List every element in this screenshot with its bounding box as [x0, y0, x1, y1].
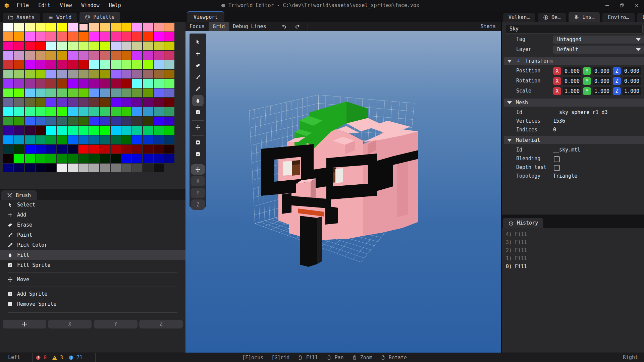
brush-tool-fill-sprite[interactable]: Fill Sprite — [0, 260, 185, 270]
window-restore-button[interactable] — [614, 0, 629, 11]
palette-swatch[interactable] — [3, 117, 13, 125]
palette-swatch[interactable] — [14, 79, 24, 88]
palette-swatch[interactable] — [89, 145, 99, 154]
menu-help[interactable]: Help — [104, 0, 126, 11]
palette-swatch[interactable] — [111, 70, 121, 78]
palette-swatch[interactable] — [132, 70, 142, 78]
palette-swatch[interactable] — [57, 135, 67, 144]
palette-swatch[interactable] — [143, 60, 153, 69]
palette-swatch[interactable] — [121, 51, 131, 60]
palette-swatch[interactable] — [154, 23, 164, 32]
palette-swatch[interactable] — [3, 164, 13, 172]
palette-swatch[interactable] — [89, 70, 99, 78]
tab-world[interactable]: World — [43, 13, 77, 22]
palette-swatch[interactable] — [111, 135, 121, 144]
palette-swatch[interactable] — [46, 60, 56, 69]
viewport-button-debug-lines[interactable]: Debug Lines — [229, 22, 270, 31]
strip-tool-move[interactable] — [194, 123, 202, 132]
palette-swatch[interactable] — [14, 98, 24, 107]
palette-swatch[interactable] — [89, 60, 99, 69]
palette-swatch[interactable] — [100, 154, 110, 163]
palette-swatch[interactable] — [89, 164, 99, 172]
gizmo-button-y[interactable]: Y — [191, 188, 205, 198]
palette-swatch[interactable] — [36, 32, 46, 41]
palette-swatch[interactable] — [100, 51, 110, 60]
history-item[interactable]: 1) Fill — [506, 255, 527, 263]
strip-tool-add-sprite[interactable] — [194, 138, 202, 147]
palette-swatch[interactable] — [164, 126, 174, 135]
axis-value-z[interactable]: 0.000 — [623, 77, 641, 85]
palette-swatch[interactable] — [111, 88, 121, 97]
palette-swatch[interactable] — [164, 70, 174, 78]
palette-swatch[interactable] — [68, 145, 78, 154]
strip-tool-brush[interactable] — [194, 73, 202, 81]
palette-swatch[interactable] — [14, 88, 24, 97]
palette-swatch[interactable] — [3, 79, 13, 88]
palette-swatch[interactable] — [14, 154, 24, 163]
palette-swatch[interactable] — [100, 32, 110, 41]
palette-swatch[interactable] — [57, 98, 67, 107]
palette-swatch[interactable] — [68, 79, 78, 88]
palette-swatch[interactable] — [132, 32, 142, 41]
brush-tool-remove-sprite[interactable]: Remove Sprite — [0, 299, 185, 309]
tab-assets[interactable]: Assets — [3, 13, 40, 22]
palette-swatch[interactable] — [46, 51, 56, 60]
palette-swatch[interactable] — [57, 42, 67, 50]
palette-swatch[interactable] — [68, 88, 78, 97]
palette-swatch[interactable] — [154, 70, 164, 78]
palette-swatch[interactable] — [78, 88, 89, 97]
palette-swatch[interactable] — [121, 164, 131, 172]
palette-swatch[interactable] — [100, 98, 110, 107]
palette-swatch[interactable] — [89, 107, 99, 116]
palette-swatch[interactable] — [78, 23, 89, 32]
palette-swatch[interactable] — [132, 126, 142, 135]
palette-swatch[interactable] — [25, 135, 35, 144]
palette-swatch[interactable] — [36, 51, 46, 60]
menu-file[interactable]: File — [12, 0, 34, 11]
palette-swatch[interactable] — [100, 70, 110, 78]
strip-tool-cursor[interactable] — [194, 38, 202, 46]
tab-ins[interactable]: Ins… — [569, 12, 600, 22]
palette-swatch[interactable] — [36, 107, 46, 116]
palette-swatch[interactable] — [46, 107, 56, 116]
palette-swatch[interactable] — [132, 60, 142, 69]
palette-swatch[interactable] — [68, 154, 78, 163]
palette-swatch[interactable] — [57, 88, 67, 97]
axis-button-move[interactable] — [3, 320, 46, 328]
brush-tool-move[interactable]: Move — [0, 275, 185, 285]
viewport-button-focus[interactable]: Focus — [185, 22, 209, 31]
palette-swatch[interactable] — [36, 126, 46, 135]
palette-swatch[interactable] — [143, 79, 153, 88]
palette-swatch[interactable] — [154, 164, 164, 172]
palette-swatch[interactable] — [121, 79, 131, 88]
palette-swatch[interactable] — [14, 107, 24, 116]
palette-swatch[interactable] — [14, 42, 24, 50]
palette-swatch[interactable] — [143, 164, 153, 172]
palette-swatch[interactable] — [68, 107, 78, 116]
palette-swatch[interactable] — [78, 117, 89, 125]
palette-swatch[interactable] — [57, 117, 67, 125]
palette-swatch[interactable] — [14, 60, 24, 69]
palette-swatch[interactable] — [121, 23, 131, 32]
palette-swatch[interactable] — [68, 70, 78, 78]
palette-swatch[interactable] — [89, 117, 99, 125]
palette-swatch[interactable] — [46, 32, 56, 41]
palette-swatch[interactable] — [132, 23, 142, 32]
palette-swatch[interactable] — [143, 51, 153, 60]
palette-swatch[interactable] — [89, 51, 99, 60]
palette-swatch[interactable] — [46, 70, 56, 78]
palette-swatch[interactable] — [36, 164, 46, 172]
palette-swatch[interactable] — [89, 126, 99, 135]
axis-value-x[interactable]: 0.000 — [563, 77, 581, 85]
palette-swatch[interactable] — [132, 79, 142, 88]
palette-swatch[interactable] — [121, 60, 131, 69]
palette-swatch[interactable] — [132, 117, 142, 125]
palette-swatch[interactable] — [111, 42, 121, 50]
palette-swatch[interactable] — [14, 145, 24, 154]
tab-enviro[interactable]: Enviro… — [602, 13, 634, 22]
tab-vulkan[interactable]: Vulkan… — [503, 13, 535, 22]
palette-swatch[interactable] — [25, 164, 35, 172]
palette-swatch[interactable] — [14, 135, 24, 144]
palette-swatch[interactable] — [143, 145, 153, 154]
palette-swatch[interactable] — [164, 154, 174, 163]
